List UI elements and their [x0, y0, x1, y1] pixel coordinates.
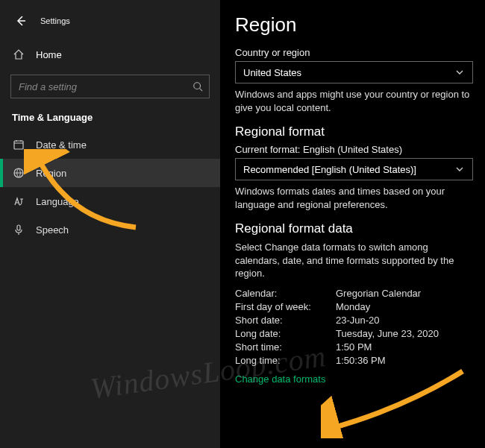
data-key: First day of week:: [235, 301, 336, 312]
sidebar-item-label: Region: [36, 168, 66, 179]
globe-icon: [12, 166, 25, 180]
data-heading: Regional format data: [235, 221, 473, 236]
country-desc: Windows and apps might use your country …: [235, 88, 473, 114]
svg-rect-3: [17, 225, 20, 230]
sidebar-item-language[interactable]: Language: [0, 187, 220, 215]
sidebar-item-label: Date & time: [36, 139, 87, 151]
dropdown-value: United States: [243, 67, 301, 78]
search-box[interactable]: [10, 75, 210, 98]
data-row: Short time:1:50 PM: [235, 341, 473, 353]
page-title: Region: [235, 13, 473, 37]
microphone-icon: [12, 223, 25, 236]
current-format-label: Current format: English (United States): [235, 144, 473, 155]
search-input[interactable]: [19, 81, 191, 92]
data-value: 1:50 PM: [336, 341, 473, 353]
format-heading: Regional format: [235, 124, 473, 139]
format-dropdown[interactable]: Recommended [English (United States)]: [235, 158, 473, 180]
data-row: Short date:23-Jun-20: [235, 315, 473, 326]
data-value: Gregorian Calendar: [336, 288, 473, 299]
category-title: Time & Language: [0, 98, 220, 130]
home-icon: [12, 48, 25, 61]
data-row: Long time:1:50:36 PM: [235, 355, 473, 366]
data-value: 23-Jun-20: [336, 315, 473, 326]
sidebar: Settings Home Time & Language Date & tim…: [0, 0, 220, 448]
language-icon: [12, 195, 25, 208]
main-content: Region Country or region United States W…: [220, 0, 485, 448]
data-row: Calendar:Gregorian Calendar: [235, 288, 473, 299]
sidebar-item-label: Language: [36, 196, 79, 207]
country-label: Country or region: [235, 47, 473, 58]
svg-point-0: [194, 83, 201, 89]
data-row: First day of week:Monday: [235, 301, 473, 312]
data-key: Long time:: [235, 355, 336, 366]
back-arrow-icon[interactable]: [12, 12, 30, 30]
sidebar-item-label: Home: [36, 49, 62, 60]
search-icon: [191, 80, 204, 93]
format-desc: Windows formats dates and times based on…: [235, 185, 473, 211]
data-key: Short date:: [235, 315, 336, 326]
data-key: Calendar:: [235, 288, 336, 299]
sidebar-item-label: Speech: [36, 224, 69, 236]
data-value: Tuesday, June 23, 2020: [336, 328, 473, 339]
header: Settings: [0, 7, 220, 30]
settings-title: Settings: [40, 16, 70, 25]
data-desc: Select Change data formats to switch amo…: [235, 241, 473, 280]
data-key: Long date:: [235, 328, 336, 339]
data-row: Long date:Tuesday, June 23, 2020: [235, 328, 473, 339]
chevron-down-icon: [454, 164, 465, 174]
clock-icon: [12, 138, 25, 151]
country-dropdown[interactable]: United States: [235, 61, 473, 83]
sidebar-item-region[interactable]: Region: [0, 159, 220, 187]
dropdown-value: Recommended [English (United States)]: [243, 164, 416, 175]
change-data-formats-link[interactable]: Change data formats: [235, 373, 325, 385]
data-value: Monday: [336, 301, 473, 312]
format-data-table: Calendar:Gregorian Calendar First day of…: [235, 288, 473, 366]
data-key: Short time:: [235, 341, 336, 353]
sidebar-item-speech[interactable]: Speech: [0, 215, 220, 244]
sidebar-item-home[interactable]: Home: [0, 40, 220, 69]
svg-rect-1: [14, 141, 23, 149]
sidebar-item-date-time[interactable]: Date & time: [0, 130, 220, 159]
data-value: 1:50:36 PM: [336, 355, 473, 366]
chevron-down-icon: [454, 67, 465, 78]
